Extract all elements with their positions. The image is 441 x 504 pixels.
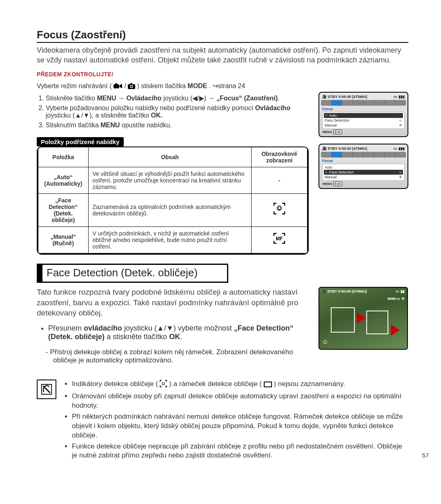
t: opustíte nabídku. (120, 122, 172, 129)
photo-stby: STBY (327, 289, 337, 293)
t: MENU (97, 95, 116, 102)
t: Stiskněte tlačítko (46, 95, 97, 102)
red-arrow-icon (391, 324, 400, 336)
submenu-heading: Položky podřízené nabídky (37, 137, 124, 147)
svg-text:MF: MF (276, 236, 283, 242)
row-fd-name: „Face Detection“ (Detek. obličeje) (38, 193, 88, 226)
mode-mid: / (124, 82, 128, 89)
notes-list: Indikátory detekce obličeje ( ) a rámeče… (64, 380, 408, 462)
svg-marker-1 (120, 84, 122, 88)
step-3: Stisknutím tlačítka MENU opustíte nabídk… (46, 122, 309, 129)
fd-dash: Přístroj detekuje obličej a zobrazí kole… (53, 348, 309, 364)
t: OK (169, 333, 180, 341)
cam-remain: [475Min] (352, 95, 367, 99)
face-frame (331, 307, 355, 333)
note-icon (37, 380, 56, 399)
t: „Face Detection“ (49, 197, 78, 210)
face-detection-icon (160, 380, 167, 390)
row-manual-icon: MF (252, 226, 307, 253)
row-auto-icon: - (252, 167, 307, 193)
mode-instruction: Vyberte režim nahrávání ( / ) stiskem tl… (37, 82, 408, 92)
row-fd-desc: Zaznamenává za optimálních podmínek auto… (88, 193, 252, 226)
th-display: Obrazovkové zobrazení (252, 147, 307, 167)
card-battery-icon: ▭ ▮▮▮ (394, 147, 405, 151)
t: Stisknutím tlačítka (46, 122, 100, 129)
cam-menu-label: MENU (323, 130, 332, 134)
th-item: Položka (38, 147, 88, 167)
t: ) nejsou zaznamenány. (274, 380, 345, 388)
t: . (180, 333, 182, 341)
svg-point-8 (278, 207, 279, 208)
intro-text: Videokamera obyčejně provádí zaostření n… (37, 45, 408, 65)
t: „Auto“ (54, 174, 73, 180)
note-1: Indikátory detekce obličeje ( ) a rámeče… (72, 380, 408, 390)
cam-focus-label: Focus (321, 107, 406, 111)
face-frame (366, 311, 388, 334)
manual-focus-icon: MF (273, 234, 286, 247)
t: joysticku (▲/▼), a stiskněte tlačítko (46, 112, 151, 119)
cam-focus-label: Focus (321, 158, 406, 163)
cam-item-manual: Manual (325, 175, 337, 179)
camcorder-icon (114, 83, 122, 92)
cam-exit-label: Exit (333, 182, 343, 186)
cam-item-auto: Auto (325, 165, 332, 169)
row-manual-desc: V určitých podmínkách, v nichž je automa… (88, 226, 252, 253)
cam-exit-label: Exit (333, 130, 343, 134)
cam-item-auto: Auto (325, 113, 337, 118)
cam-stby: STBY (328, 95, 338, 99)
svg-point-12 (162, 382, 165, 385)
cam-stby: STBY (328, 147, 338, 151)
t: (Ručně) (53, 240, 74, 246)
steps-list: Stiskněte tlačítko MENU → Ovládacího joy… (37, 94, 309, 129)
face-detection-icon: ☺ (399, 170, 402, 174)
t: ovládacího (84, 324, 122, 332)
row-fd-icon (252, 193, 307, 226)
t: MENU (100, 122, 120, 129)
t: a stiskněte tlačítko (105, 333, 169, 341)
mode-pageref: . ↪strana 24 (209, 82, 245, 89)
manual-focus-icon: ⁜ (399, 123, 402, 127)
red-arrow-icon (357, 312, 366, 324)
svg-point-2 (115, 83, 118, 85)
t: (Detek. obličeje) (51, 210, 75, 223)
note-3: Při některých podmínkách nahrávání nemus… (72, 412, 408, 440)
t: (Automaticky) (44, 180, 82, 187)
fd-intro: Tato funkce rozpozná tvary podobné lidsk… (37, 287, 309, 318)
camera-menu-screenshot-auto: 🎥 STBY 0:00:00 [475Min] ▭ ▮▮▮ Focus Auto… (318, 92, 408, 137)
step-2: Vyberte požadovanou položku nabídky nebo… (46, 104, 309, 119)
row-auto-desc: Ve většině situací je výhodnější použít … (88, 167, 252, 193)
svg-rect-13 (264, 382, 272, 387)
t: joysticku (◀/▶) → (162, 95, 216, 102)
t: Indikátory detekce obličeje ( (72, 380, 158, 388)
th-desc: Obsah (88, 147, 252, 167)
face-detection-icon: ☺ (322, 338, 328, 346)
cam-time: 0:00:00 (339, 147, 351, 151)
mode-post: ) stiskem tlačítka (137, 82, 188, 89)
t: Ovládacího (126, 95, 161, 102)
cam-time: 0:00:00 (339, 95, 351, 99)
cam-item-fd: Face Detection (325, 118, 350, 122)
row-auto-name: „Auto“ (Automaticky) (38, 167, 88, 193)
cam-remain: [475Min] (352, 147, 367, 151)
frame-icon (264, 381, 272, 390)
card-battery-icon: ▭ ▮▮ (396, 289, 405, 293)
mode-bold: MODE (187, 82, 207, 89)
page-number: 57 (422, 452, 429, 459)
face-detection-icon: ☺ (399, 118, 402, 122)
cam-menu-label: MENU (323, 182, 332, 186)
t: ) a rámeček detekce obličeje ( (169, 380, 264, 388)
t: OK. (151, 112, 163, 119)
camera-icon (128, 83, 135, 92)
precheck-label: PŘEDEM ZKONTROLUJTE! (37, 71, 408, 78)
camera-menu-screenshot-fd: 🎥 STBY 0:00:00 [475Min] ▭ ▮▮▮ Focus Auto… (318, 144, 408, 189)
cam-item-fd: Face Detection (325, 170, 354, 174)
t: → (116, 95, 127, 102)
t: „Manual“ (51, 233, 76, 240)
options-table: Položka Obsah Obrazovkové zobrazení „Aut… (38, 147, 308, 254)
svg-point-9 (280, 207, 281, 208)
note-2: Orámování obličeje osoby při zapnutí det… (72, 392, 408, 411)
card-battery-icon: ▭ ▮▮▮ (394, 95, 405, 99)
svg-rect-4 (130, 83, 132, 84)
t: Přesunem (48, 324, 84, 332)
t: Vyberte požadovanou položku nabídky nebo… (46, 104, 255, 111)
